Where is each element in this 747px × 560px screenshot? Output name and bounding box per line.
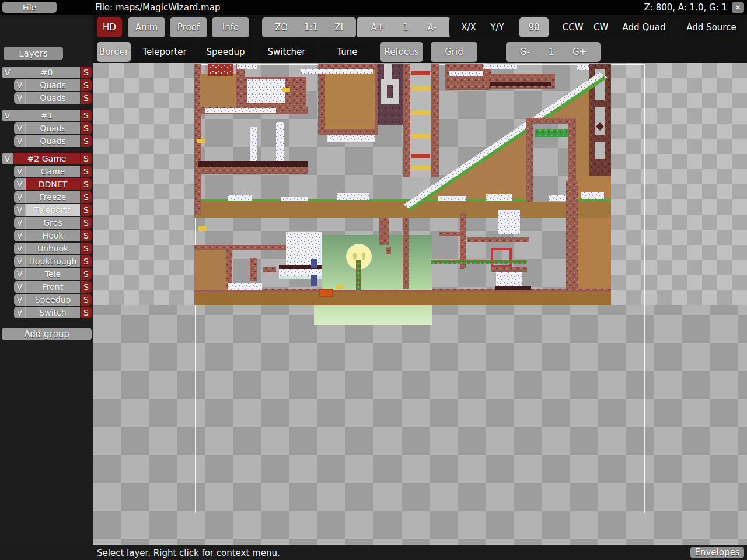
layer-label[interactable]: Hooktrough bbox=[26, 256, 80, 267]
layer-label[interactable]: Gras bbox=[26, 217, 80, 229]
visibility-toggle[interactable]: V bbox=[14, 243, 26, 254]
rotate-ccw-button[interactable]: CCW bbox=[563, 22, 584, 33]
refocus-button[interactable]: Refocus bbox=[380, 42, 423, 62]
hd-toggle-button[interactable]: HD bbox=[97, 18, 122, 37]
visibility-toggle[interactable]: V bbox=[14, 123, 26, 134]
speedup-button[interactable]: Speedup bbox=[198, 42, 253, 62]
save-toggle[interactable]: S bbox=[80, 191, 92, 203]
layer-label[interactable]: Freeze bbox=[26, 191, 80, 203]
visibility-toggle[interactable]: V bbox=[2, 66, 13, 78]
layer-row-selected[interactable]: V Teleports S bbox=[14, 204, 92, 216]
layer-label[interactable]: Tele bbox=[26, 268, 80, 280]
layer-label[interactable]: Speedup bbox=[26, 294, 80, 306]
save-toggle[interactable]: S bbox=[80, 92, 92, 104]
save-toggle[interactable]: S bbox=[80, 166, 92, 177]
group-label[interactable]: #2 Game bbox=[13, 153, 80, 164]
group-row-game[interactable]: V #2 Game S bbox=[2, 153, 92, 164]
visibility-toggle[interactable]: V bbox=[14, 217, 26, 229]
group-row[interactable]: V #0 S bbox=[2, 66, 92, 78]
visibility-toggle[interactable]: V bbox=[14, 92, 26, 104]
save-toggle[interactable]: S bbox=[80, 79, 92, 91]
save-toggle[interactable]: S bbox=[80, 178, 92, 190]
anim-speed-up-button[interactable]: A+ bbox=[371, 22, 384, 33]
save-toggle[interactable]: S bbox=[80, 66, 92, 78]
close-icon[interactable]: ✕ bbox=[732, 2, 744, 13]
layer-label[interactable]: Unhook bbox=[26, 243, 80, 254]
layer-label[interactable]: DDNET bbox=[26, 178, 80, 190]
layer-row[interactable]: V Hook S bbox=[14, 230, 92, 242]
layer-row[interactable]: V Quads S bbox=[14, 123, 92, 134]
map-view[interactable] bbox=[194, 64, 611, 305]
layer-label[interactable]: Quads bbox=[26, 123, 80, 134]
layer-row[interactable]: V Unhook S bbox=[14, 243, 92, 254]
rotate-cw-button[interactable]: CW bbox=[594, 22, 608, 33]
layer-row[interactable]: V Switch S bbox=[14, 307, 92, 318]
visibility-toggle[interactable]: V bbox=[14, 166, 26, 177]
save-toggle[interactable]: S bbox=[80, 153, 92, 164]
rotate-amount-value[interactable]: 90 bbox=[519, 18, 549, 37]
visibility-toggle[interactable]: V bbox=[14, 178, 26, 190]
layer-row[interactable]: V Tele S bbox=[14, 268, 92, 280]
visibility-toggle[interactable]: V bbox=[14, 230, 26, 242]
teleporter-button[interactable]: Teleporter bbox=[135, 42, 194, 62]
visibility-toggle[interactable]: V bbox=[14, 204, 26, 216]
flip-y-button[interactable]: Y/Y bbox=[490, 22, 504, 33]
zoom-in-button[interactable]: ZI bbox=[334, 22, 343, 33]
save-toggle[interactable]: S bbox=[80, 281, 92, 293]
save-toggle[interactable]: S bbox=[80, 110, 92, 121]
visibility-toggle[interactable]: V bbox=[2, 110, 13, 121]
add-quad-button[interactable]: Add Quad bbox=[616, 18, 672, 37]
layers-panel-header[interactable]: Layers bbox=[4, 47, 63, 60]
layer-label[interactable]: Quads bbox=[26, 92, 80, 104]
grid-decrease-button[interactable]: G- bbox=[520, 47, 530, 57]
zoom-out-button[interactable]: ZO bbox=[275, 22, 288, 33]
visibility-toggle[interactable]: V bbox=[2, 153, 13, 164]
save-toggle[interactable]: S bbox=[80, 243, 92, 254]
add-source-button[interactable]: Add Source bbox=[683, 18, 740, 37]
visibility-toggle[interactable]: V bbox=[14, 79, 26, 91]
visibility-toggle[interactable]: V bbox=[14, 256, 26, 267]
layer-row[interactable]: V Front S bbox=[14, 281, 92, 293]
layer-row[interactable]: V Freeze S bbox=[14, 191, 92, 203]
save-toggle[interactable]: S bbox=[80, 217, 92, 229]
layer-label[interactable]: Game bbox=[26, 166, 80, 177]
layer-label[interactable]: Switch bbox=[26, 307, 80, 318]
layer-label[interactable]: Teleports bbox=[26, 204, 80, 216]
anim-toggle-button[interactable]: Anim bbox=[128, 18, 165, 37]
layer-label[interactable]: Hook bbox=[26, 230, 80, 242]
layer-label[interactable]: Quads bbox=[26, 135, 80, 147]
save-toggle[interactable]: S bbox=[80, 204, 92, 216]
info-toggle-button[interactable]: Info bbox=[212, 18, 249, 37]
group-row[interactable]: V #1 S bbox=[2, 110, 92, 121]
group-label[interactable]: #1 bbox=[13, 110, 80, 121]
layer-label[interactable]: Front bbox=[26, 281, 80, 293]
proof-toggle-button[interactable]: Proof bbox=[170, 18, 207, 37]
map-canvas[interactable] bbox=[93, 63, 747, 545]
anim-speed-down-button[interactable]: A- bbox=[427, 22, 436, 33]
switcher-button[interactable]: Switcher bbox=[257, 42, 316, 62]
visibility-toggle[interactable]: V bbox=[14, 135, 26, 147]
add-group-button[interactable]: Add group bbox=[2, 328, 92, 340]
save-toggle[interactable]: S bbox=[80, 135, 92, 147]
layer-row[interactable]: V Quads S bbox=[14, 79, 92, 91]
save-toggle[interactable]: S bbox=[80, 256, 92, 267]
save-toggle[interactable]: S bbox=[80, 268, 92, 280]
layer-row[interactable]: V DDNET S bbox=[14, 178, 92, 190]
grid-increase-button[interactable]: G+ bbox=[573, 47, 587, 57]
layer-row[interactable]: V Hooktrough S bbox=[14, 256, 92, 267]
visibility-toggle[interactable]: V bbox=[14, 191, 26, 203]
save-toggle[interactable]: S bbox=[80, 123, 92, 134]
save-toggle[interactable]: S bbox=[80, 230, 92, 242]
layer-row[interactable]: V Speedup S bbox=[14, 294, 92, 306]
envelopes-button[interactable]: Envelopes bbox=[690, 547, 744, 558]
border-button[interactable]: Border bbox=[97, 42, 131, 62]
save-toggle[interactable]: S bbox=[80, 307, 92, 318]
group-label[interactable]: #0 bbox=[13, 66, 80, 78]
visibility-toggle[interactable]: V bbox=[14, 294, 26, 306]
layer-row[interactable]: V Quads S bbox=[14, 135, 92, 147]
visibility-toggle[interactable]: V bbox=[14, 307, 26, 318]
layer-label[interactable]: Quads bbox=[26, 79, 80, 91]
visibility-toggle[interactable]: V bbox=[14, 268, 26, 280]
layer-row[interactable]: V Gras S bbox=[14, 217, 92, 229]
flip-x-button[interactable]: X/X bbox=[461, 22, 476, 33]
